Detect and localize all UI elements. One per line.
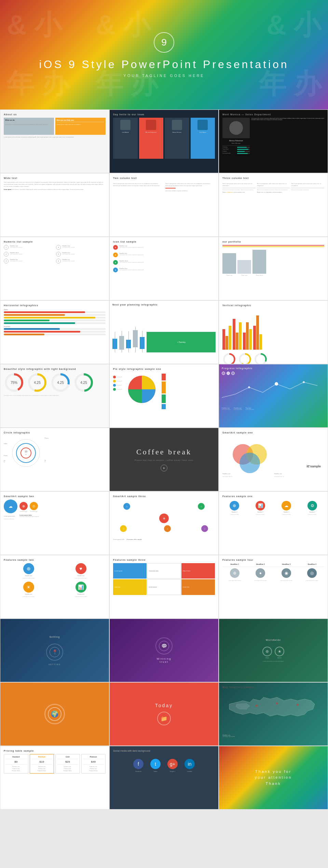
coffee-play-button[interactable]: [161, 465, 167, 471]
wick-bot-3: [128, 348, 129, 352]
icon-list-content: ● Headline oneLorem ipsum dolor sit amet…: [113, 245, 215, 272]
team-name-1: Josh Martin: [122, 131, 129, 133]
creativity-track: [237, 147, 250, 148]
num-content-1: Headline textLorem ipsum dolor sit amet: [10, 245, 22, 248]
feat2-item-2: ♥ Headline text Lorem ipsum dolor sit am…: [56, 563, 106, 579]
hero-number: 9: [161, 37, 167, 48]
meet-bio: Lorem ipsum dolor sit amet consectetur a…: [251, 118, 324, 120]
pie-icon-2: Category B: [113, 380, 122, 383]
vbar-4-1: [253, 326, 256, 350]
bar-fill-2: [4, 314, 65, 316]
linkedin-icon-circle: in: [184, 759, 195, 769]
icon-content-3: Headline threeLorem ipsum dolor sit amet…: [119, 260, 144, 263]
setting-content: 📍 SETTING: [46, 644, 63, 665]
pricing-feat-2-2: Feature two: [31, 768, 53, 769]
facebook-label: Facebook: [135, 770, 141, 772]
circle-label-prices: Prices: [4, 455, 8, 456]
sales-label: Sales: [4, 309, 106, 311]
bar-track-1: [4, 311, 106, 313]
feat1-item-3: ☁ Headline 3 Lorem ipsum dolor: [274, 501, 298, 515]
feat4-icon-2: ●: [256, 568, 265, 578]
sa2-item-2: ⊙ Connection type: [30, 502, 38, 512]
teamwork-track: [237, 149, 250, 150]
pie-dot-1: [113, 376, 116, 378]
pie-left-icons: Category A Category B Category C Categor…: [113, 372, 122, 409]
wick-top-5: [142, 331, 142, 337]
circle-svg: 10 %: [9, 436, 43, 470]
pie-chart-area: Category A Category B Category C Categor…: [113, 372, 215, 409]
smartart-three-title: SmartArt sample three: [113, 495, 215, 497]
hero-tagline: YOUR TAGLINE GOES HERE: [123, 74, 204, 78]
feat4-icon-4: ◎: [307, 568, 317, 578]
feat2-desc-2: Lorem ipsum dolor sit amet: [74, 578, 87, 579]
circle-label-phone: Phone: [44, 437, 49, 439]
slides-grid: About us What we do Lorem ipsum dolor si…: [0, 109, 328, 809]
donut-vert-3: [254, 352, 268, 364]
candle-body-1: [112, 339, 117, 349]
watermark-1: & 小: [7, 7, 62, 44]
about-bottom-text: Lorem ipsum dolor sit amet consectetur a…: [4, 136, 106, 138]
sat-2: ○: [198, 503, 205, 510]
pie-svg: [125, 372, 159, 406]
bar-fill-5: [4, 322, 75, 324]
worldwide-stats: Lorem ipsum dolor sit amet consectetur: [263, 661, 284, 662]
slide-pricing: Pricing table sample Standard $9 Feature…: [0, 746, 109, 809]
bar-fill-3: [4, 317, 95, 319]
num-item-3: 3 Headline fiveLorem ipsum dolor sit ame…: [4, 259, 53, 263]
slide-meet-monica: Meet Monica — Sales Department Monica Ro…: [219, 109, 328, 173]
setting-outer-circle: 📍: [46, 644, 63, 661]
big-donut-3: 4.25: [50, 372, 71, 393]
candle-3: [126, 331, 131, 352]
setting-title: Setting: [50, 636, 60, 638]
num-content-6: Headline sixLorem ipsum dolor sit amet: [62, 259, 74, 262]
what-we-do-title: What we do: [5, 119, 53, 121]
slide-pie-style: Pie style infographic sample one Categor…: [109, 364, 219, 428]
sa2-icon-1: ⊕: [19, 502, 28, 510]
icon-item-2: ● Headline twoLorem ipsum dolor sit amet…: [113, 252, 215, 257]
feat1-desc-4: Lorem ipsum dolor: [308, 514, 317, 515]
num-content-5: Headline fourLorem ipsum dolor sit amet: [62, 252, 74, 255]
feat1-item-1: ⊕ Headline 1 Lorem ipsum dolor: [222, 501, 246, 515]
feat4-headers: Headline 1 Headline 2 Headline 3 Headlin…: [222, 563, 324, 565]
slide-coffee-break: Coffee break Please feel free to connect…: [109, 428, 219, 491]
vert-group-1: [222, 326, 231, 350]
worldwide-icon-2: ★: [275, 647, 284, 656]
pricing-title: Pricing table sample: [4, 750, 106, 752]
bar-row-6: [4, 328, 106, 330]
map-dot-3: [297, 704, 299, 706]
feat1-icon-3: ☁: [282, 501, 291, 510]
two-col-right-text2: inventore veritatis et quasi architecto: [165, 190, 215, 192]
feat1-desc-3: Lorem ipsum dolor: [282, 514, 291, 515]
num-circle-6: 6: [56, 259, 61, 263]
two-col-right: Sed ut perspiciatis unde omnis iste natu…: [165, 181, 215, 192]
three-col-3: Sed ut perspiciatis unde omnis iste natu…: [291, 181, 324, 193]
map-dot-2: [276, 702, 278, 704]
sa2-main-desc: consectetur adipiscing elit sed do eiusm…: [19, 516, 106, 517]
team-card-1: Josh Martin: [113, 118, 138, 159]
wick-top-4: [135, 327, 136, 330]
pricing-col-platinum: Platinum $49 Feature one Feature two Fea…: [81, 754, 106, 774]
svg-text:4.25: 4.25: [57, 381, 64, 385]
features-four-title: Features sample four: [222, 559, 324, 561]
num-item-2: 2 Headline threeLorem ipsum dolor sit am…: [4, 252, 53, 257]
svg-point-21: [21, 448, 31, 458]
sa2-item-label-1: Connection type: [20, 511, 27, 512]
sa1-label-2: Headline text: [274, 473, 324, 475]
vert-bars-container: [222, 309, 324, 350]
num-circle-5: 5: [56, 252, 61, 257]
donut-row: 75% 4.25 4.25: [4, 372, 106, 393]
pricing-feat-1-3: Feature three: [5, 770, 27, 772]
bar-row-2: [4, 314, 106, 316]
vbar-2-3: [239, 322, 242, 350]
prog-legend-2: Headline two Lorem ipsum dolor: [234, 407, 242, 410]
bar-row-4: [4, 320, 106, 321]
team-avatar-4: [197, 120, 208, 130]
icon-desc-2: Lorem ipsum dolor sit amet consectetur a…: [119, 254, 144, 256]
team-name-4: Josh Martin: [199, 131, 206, 133]
slide-portfolio: our portfolio Place one Place two Place …: [219, 237, 328, 300]
pricing-feat-2-3: Feature three: [31, 770, 53, 772]
donut-light-title: Beautiful style infographic with light b…: [4, 368, 106, 370]
slide-progress-info: Progress infographic Headline two Lorem …: [219, 364, 328, 428]
feat4-icon-1: ⊕: [230, 568, 240, 578]
pricing-feat-1-2: Feature two: [5, 768, 27, 769]
